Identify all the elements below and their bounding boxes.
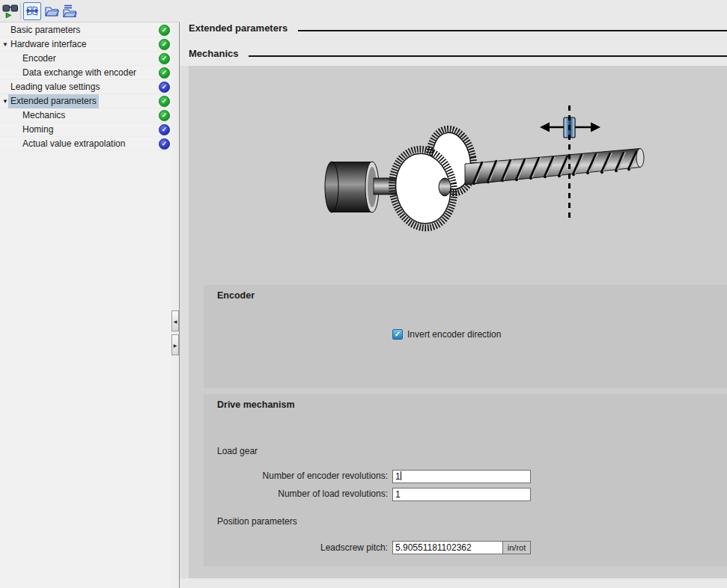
sidebar-item-label: Actual value extrapolation [20,137,127,151]
leadscrew-pitch-unit: in/rot [502,542,530,554]
status-info-icon: ✓ [159,138,170,150]
invert-encoder-direction-label: Invert encoder direction [407,328,501,340]
sidebar-item-encoder[interactable]: Encoder ✓ [0,52,171,66]
load-gear-label: Load gear [217,446,258,456]
monitor-glasses-icon[interactable] [2,4,19,19]
open-folder-icon [45,5,59,17]
sidebar-item-label: Leading value settings [8,80,102,94]
sidebar-item-label: Hardware interface [8,37,88,52]
status-info-icon: ✓ [159,82,170,93]
sidebar-item-mechanics[interactable]: Mechanics ✓ [0,108,171,123]
sidebar-item-label: Encoder [20,52,58,66]
load-revolutions-input[interactable] [392,488,531,501]
sidebar-item-data-exchange-with-encoder[interactable]: Data exchange with encoder ✓ [0,66,171,80]
splitter-collapse-button[interactable]: ◀ [171,310,179,331]
technology-object-configuration-window: Basic parameters ✓ ▼ Hardware interface … [0,0,727,588]
status-ok-icon: ✓ [159,39,170,50]
chevron-left-icon: ◀ [174,319,177,324]
encoder-revolutions-field-wrap [392,469,531,483]
section-title: Extended parameters [189,22,288,34]
main-panel: Extended parameters Mechanics [180,0,727,588]
sidebar-item-homing[interactable]: Homing ✓ [0,123,171,137]
sidebar-item-label: Basic parameters [8,23,82,37]
sidebar-item-label: Mechanics [20,108,67,123]
status-ok-icon: ✓ [159,67,170,79]
leadscrew-pitch-field: in/rot [392,541,531,554]
sidebar-item-extended-parameters[interactable]: ▼ Extended parameters ✓ [0,94,171,108]
drive-mechanism-section: Drive mechanism Load gear Number of enco… [204,394,727,566]
text-caret [401,471,401,480]
load-revolutions-field-wrap [392,487,531,500]
collapse-folder-icon [63,4,77,18]
status-ok-icon: ✓ [159,96,170,107]
header-rule [249,55,727,57]
sidebar-item-label: Data exchange with encoder [20,66,139,80]
sidebar-item-leading-value-settings[interactable]: Leading value settings ✓ [0,80,171,94]
invert-encoder-direction-checkbox[interactable]: ✓ [392,329,403,340]
position-parameters-label: Position parameters [217,516,297,527]
load-revolutions-label: Number of load revolutions: [204,487,388,500]
status-ok-icon: ✓ [159,110,170,121]
mechanics-content: Encoder ✓ Invert encoder direction Drive… [189,66,727,578]
status-ok-icon: ✓ [159,53,170,64]
leadscrew-pitch-label: Leadscrew pitch: [204,541,388,554]
mechanics-diagram [318,101,655,232]
toolbar [0,0,180,22]
expander-icon[interactable]: ▼ [2,37,8,52]
checkmark-icon: ✓ [395,331,401,338]
status-ok-icon: ✓ [159,25,170,36]
subsection-title: Mechanics [189,48,238,59]
drive-mechanism-title: Drive mechanism [217,399,295,410]
expander-icon[interactable]: ▼ [2,94,8,108]
status-info-icon: ✓ [159,124,170,135]
encoder-revolutions-input[interactable] [392,470,531,483]
compare-view-icon [25,4,39,18]
sidebar-item-hardware-interface[interactable]: ▼ Hardware interface ✓ [0,37,171,52]
compare-view-button[interactable] [23,2,41,20]
config-navigation-tree: Basic parameters ✓ ▼ Hardware interface … [0,22,171,588]
content-left-margin [180,66,189,578]
sidebar-item-actual-value-extrapolation[interactable]: Actual value extrapolation ✓ [0,137,171,151]
header-rule [298,30,727,31]
encoder-section-title: Encoder [217,290,255,301]
sidebar-item-label-selected: Extended parameters [8,94,99,108]
sidebar-item-basic-parameters[interactable]: Basic parameters ✓ [0,23,171,37]
encoder-revolutions-label: Number of encoder revolutions: [204,469,388,483]
pane-splitter[interactable]: ◀ ▶ [171,22,180,588]
encoder-section: Encoder ✓ Invert encoder direction [204,285,727,388]
splitter-expand-button[interactable]: ▶ [171,334,179,355]
collapse-all-button[interactable] [61,2,79,20]
section-header: Extended parameters [189,22,727,34]
chevron-right-icon: ▶ [174,343,177,348]
leadscrew-pitch-input[interactable] [393,542,502,554]
subsection-header: Mechanics [189,48,727,59]
expand-all-button[interactable] [43,2,61,20]
sidebar-item-label: Homing [20,123,55,137]
toolbar-separator [20,3,21,19]
